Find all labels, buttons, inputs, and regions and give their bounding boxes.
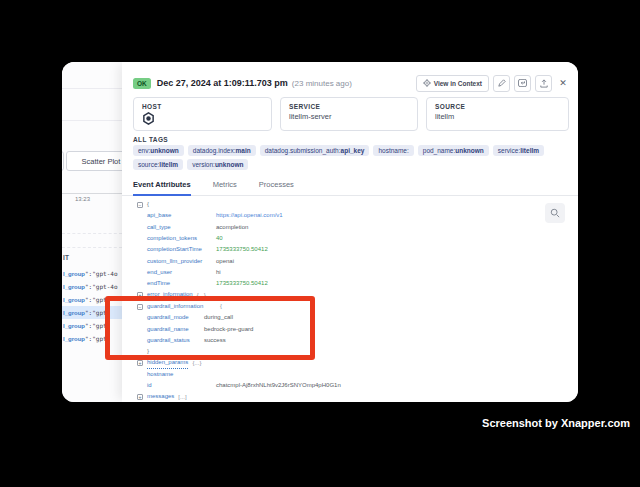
header-actions: View in Context [416,75,570,92]
tab-event-attributes[interactable]: Event Attributes [133,180,191,195]
json-key[interactable]: messages [147,391,174,402]
json-key[interactable]: hostname [147,369,216,380]
json-row: end_userhi [137,267,578,278]
source-value: litellm [435,112,560,121]
json-value: hi [216,267,221,278]
tag-pill[interactable]: env:unknown [133,145,184,156]
tag-pill[interactable]: pod_name:unknown [418,145,489,156]
json-value: 40 [216,233,223,244]
tag-pill[interactable]: datadog.submission_auth:api_key [260,145,370,156]
tab-processes[interactable]: Processes [259,180,294,195]
json-key[interactable]: api_base [147,210,216,221]
divider [62,120,122,121]
json-row: call_typeacompletion [137,222,578,233]
collapse-icon[interactable]: − [137,202,143,208]
scatter-plot-button[interactable]: Scatter Plot [66,151,122,171]
json-key[interactable]: id [147,380,216,391]
view-in-context-label: View in Context [434,80,482,87]
json-row: custom_llm_provideropenai [137,256,578,267]
json-row: hostname [137,369,578,380]
info-cards: HOST SERVICE litellm-server SOURCE litel… [133,97,569,131]
tags-list: env:unknowndatadog.index:maindatadog.sub… [133,145,571,170]
json-row: −{ [137,199,578,210]
json-row: completion_tokens40 [137,233,578,244]
keyboard-shortcut-button[interactable] [514,75,531,92]
json-key[interactable]: call_type [147,222,216,233]
pencil-icon [498,79,506,87]
status-badge: OK [133,78,151,89]
json-key[interactable]: endTime [147,278,216,289]
json-key[interactable]: end_user [147,267,216,278]
tag-pill[interactable]: hostname: [373,145,413,156]
source-card[interactable]: SOURCE litellm [426,97,569,131]
all-tags-label: ALL TAGS [133,136,168,143]
host-label: HOST [142,103,263,110]
relative-time: (23 minutes ago) [292,79,352,88]
upload-icon [540,79,548,88]
tag-pill[interactable]: version:unknown [187,159,248,170]
host-hexagon-icon [142,112,263,125]
event-timestamp: Dec 27, 2024 at 1:09:11.703 pm [157,78,288,88]
host-card[interactable]: HOST [133,97,272,131]
log-list-item[interactable]: l_group":"gpt-4o [62,267,122,280]
time-axis-tick: 13:23 [75,196,90,202]
gridline [62,233,122,234]
crosshair-icon [423,79,431,87]
json-row: idchatcmpl-Aj8rxhNLht9v2J6rSNYOmp4pH0G1n [137,380,578,391]
list-column-header: IT [63,254,69,261]
gridline [62,247,122,248]
source-label: SOURCE [435,103,560,110]
close-icon[interactable]: ✕ [556,78,570,88]
chart-axis-line [62,193,122,194]
tab-bar: Event Attributes Metrics Processes [122,180,578,196]
service-value: litellm-server [289,112,409,121]
json-value: chatcmpl-Aj8rxhNLht9v2J6rSNYOmp4pH0G1n [216,380,341,391]
json-row: +messages[...] [137,392,578,402]
edit-button[interactable] [493,75,510,92]
json-value: acompletion [216,222,248,233]
view-in-context-button[interactable]: View in Context [416,75,489,92]
return-key-icon [518,79,527,87]
json-value[interactable]: https://api.openai.com/v1 [216,210,283,221]
service-label: SERVICE [289,103,409,110]
tab-metrics[interactable]: Metrics [213,180,237,195]
expand-icon[interactable]: + [137,394,143,400]
tag-pill[interactable]: source:litellm [133,159,183,170]
export-button[interactable] [535,75,552,92]
tag-pill[interactable]: service:litellm [493,145,544,156]
annotation-highlight-rectangle [105,296,315,360]
json-key[interactable]: custom_llm_provider [147,256,216,267]
json-value: 1735333750.50412 [216,278,268,289]
tag-pill[interactable]: datadog.index:main [188,145,256,156]
json-value: openai [216,256,234,267]
json-row: completionStartTime1735333750.50412 [137,244,578,255]
json-key[interactable]: completion_tokens [147,233,216,244]
service-card[interactable]: SERVICE litellm-server [280,97,418,131]
divider [62,88,122,89]
screenshot-root: Scatter Plot 13:23 IT l_group":"gpt-4ol_… [0,0,640,487]
watermark-text: Screenshot by Xnapper.com [482,417,630,429]
json-key[interactable]: completionStartTime [147,244,216,255]
expand-icon[interactable]: + [137,360,143,366]
clipped-button[interactable] [62,151,64,171]
json-row: api_basehttps://api.openai.com/v1 [137,210,578,221]
log-list-item[interactable]: l_group":"gpt-4o [62,280,122,293]
event-header: OK Dec 27, 2024 at 1:09:11.703 pm (23 mi… [133,74,570,92]
json-row: endTime1735333750.50412 [137,278,578,289]
json-value: 1735333750.50412 [216,244,268,255]
